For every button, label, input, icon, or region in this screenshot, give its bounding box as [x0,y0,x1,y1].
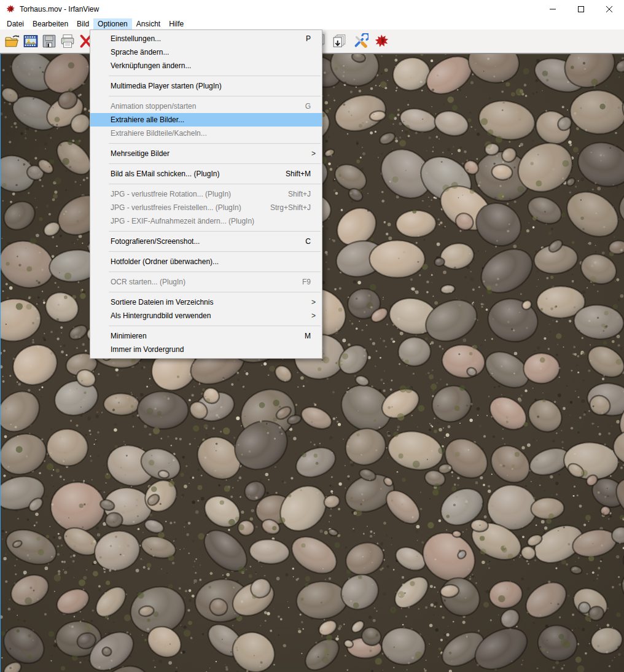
menu-item-label: Sprache ändern... [111,48,316,57]
menu-item-shortcut: Shift+J [288,190,311,198]
optionen-menu: Einstellungen...PSprache ändern...Verknü… [90,29,322,359]
save-icon [41,33,57,49]
titlebar: Torhaus.mov - IrfanView [0,0,624,18]
menu-item-fotografieren-screenshot[interactable]: Fotografieren/Screenshot...C [90,235,322,248]
settings-tools-icon [353,33,369,49]
menu-separator [109,163,321,164]
slideshow-button[interactable] [22,33,39,50]
menu-item-label: Verknüpfungen ändern... [111,61,316,70]
menu-item-animation-stoppen-starten: Animation stoppen/startenG [90,100,322,113]
menubar-item-bild[interactable]: Bild [72,18,93,29]
irfanview-logo-icon [373,33,389,49]
menu-separator [109,184,321,184]
menu-item-label: Immer im Vordergrund [111,345,316,354]
menu-item-label: JPG - EXIF-Aufnahmezeit ändern... (PlugI… [111,217,316,225]
menu-item-label: Multimedia Player starten (PlugIn) [111,82,316,90]
maximize-button[interactable] [567,0,595,18]
menu-item-label: JPG - verlustfreie Rotation... (PlugIn) [111,190,288,198]
menu-item-einstellungen[interactable]: Einstellungen...P [90,32,322,45]
menu-item-shortcut: Strg+Shift+J [270,203,311,212]
menu-item-label: Extrahiere alle Bilder... [111,115,316,124]
menu-separator [109,143,321,144]
menu-item-jpg-verlustfreies-freistellen-plugin: JPG - verlustfreies Freistellen... (Plug… [90,201,322,214]
menu-item-sortiere-dateien-im-verzeichnis[interactable]: Sortiere Dateien im Verzeichnis> [90,295,322,309]
menu-separator [109,326,321,326]
menu-item-label: Extrahiere Bildteile/Kacheln... [111,129,316,138]
slideshow-icon [23,33,39,49]
menu-item-label: Bild als EMail schicken... (PlugIn) [111,170,286,178]
close-button[interactable] [595,0,623,18]
open-button[interactable] [4,33,21,50]
menu-item-extrahiere-alle-bilder[interactable]: Extrahiere alle Bilder... [90,113,322,127]
save-button[interactable] [41,33,58,50]
properties-button[interactable] [352,33,369,50]
menu-item-label: OCR starten... (PlugIn) [111,278,302,286]
menu-item-shortcut: M [305,332,311,340]
menu-item-minimieren[interactable]: MinimierenM [90,329,322,343]
menu-item-shortcut: F9 [302,278,311,286]
irfanview-logo-icon [6,4,15,14]
pages-down-icon [332,33,348,49]
menu-item-hotfolder-ordner-überwachen[interactable]: Hotfolder (Ordner überwachen)... [90,255,322,268]
menu-item-label: Fotografieren/Screenshot... [111,237,305,246]
folder-open-icon [4,33,20,49]
menubar-item-optionen[interactable]: Optionen [93,18,132,29]
menu-item-shortcut: G [305,102,311,111]
window-title: Torhaus.mov - IrfanView [20,5,99,14]
submenu-arrow-icon: > [310,311,316,320]
menubar-item-ansicht[interactable]: Ansicht [132,18,165,29]
print-button[interactable] [59,33,76,50]
menubar: DateiBearbeitenBildOptionenAnsichtHilfe [0,18,624,29]
menu-separator [109,272,321,272]
irfanview-window: Torhaus.mov - IrfanView DateiBearbeitenB… [0,0,624,672]
menu-separator [109,292,321,292]
toolbar-left-group [4,33,95,50]
menu-item-label: Minimieren [111,332,305,340]
menu-item-shortcut: C [305,237,311,246]
menu-item-jpg-verlustfreie-rotation-plugin: JPG - verlustfreie Rotation... (PlugIn)S… [90,187,322,201]
submenu-arrow-icon: > [310,298,316,307]
menu-item-label: Animation stoppen/starten [111,102,305,111]
print-icon [60,33,76,49]
menu-item-bild-als-email-schicken-plugin[interactable]: Bild als EMail schicken... (PlugIn)Shift… [90,167,322,181]
menu-item-mehrseitige-bilder[interactable]: Mehrseitige Bilder> [90,147,322,160]
menu-item-label: Sortiere Dateien im Verzeichnis [111,298,310,307]
about-button[interactable] [373,33,390,50]
menubar-item-datei[interactable]: Datei [2,18,28,29]
minimize-button[interactable] [539,0,567,18]
menu-item-label: Mehrseitige Bilder [111,149,310,158]
menu-item-shortcut: Shift+M [286,170,311,178]
menu-separator [109,76,321,76]
submenu-arrow-icon: > [310,149,316,158]
menu-item-shortcut: P [306,34,311,43]
menu-item-verknüpfungen-ändern[interactable]: Verknüpfungen ändern... [90,59,322,72]
window-controls [539,0,623,18]
menu-separator [109,96,321,96]
menu-item-extrahiere-bildteile-kacheln: Extrahiere Bildteile/Kacheln... [90,127,322,140]
menu-item-label: Hotfolder (Ordner überwachen)... [111,257,316,266]
menu-item-jpg-exif-aufnahmezeit-ändern-plugin: JPG - EXIF-Aufnahmezeit ändern... (PlugI… [90,214,322,228]
menu-item-immer-im-vordergrund[interactable]: Immer im Vordergrund [90,343,322,356]
menu-item-label: JPG - verlustfreies Freistellen... (Plug… [111,203,270,212]
menu-separator [109,251,321,252]
menu-separator [109,231,321,232]
menu-item-ocr-starten-plugin: OCR starten... (PlugIn)F9 [90,275,322,289]
menu-item-als-hintergrundbild-verwenden[interactable]: Als Hintergrundbild verwenden> [90,309,322,322]
menu-item-sprache-ändern[interactable]: Sprache ändern... [90,45,322,59]
next-page-button[interactable] [331,33,348,50]
menu-item-label: Als Hintergrundbild verwenden [111,311,310,320]
menu-item-label: Einstellungen... [111,34,306,43]
menu-item-multimedia-player-starten-plugin[interactable]: Multimedia Player starten (PlugIn) [90,79,322,93]
menubar-item-hilfe[interactable]: Hilfe [165,18,188,29]
menubar-item-bearbeiten[interactable]: Bearbeiten [28,18,72,29]
